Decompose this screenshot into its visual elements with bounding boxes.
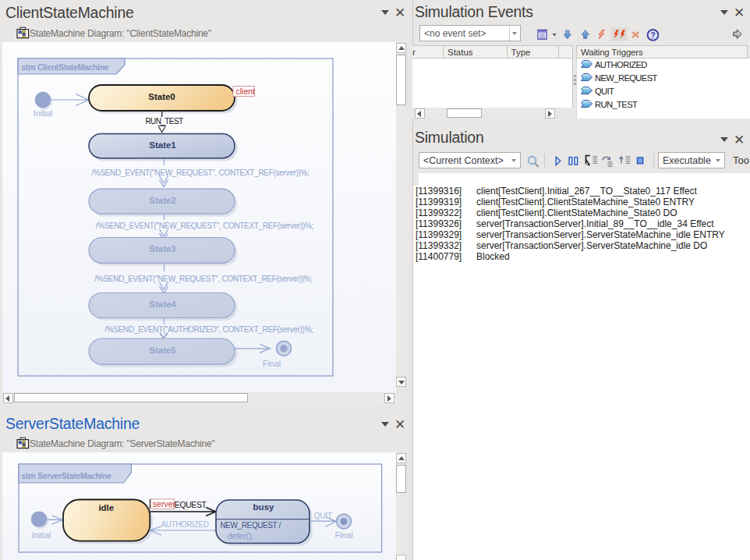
svg-text:State1: State1 xyxy=(149,140,176,150)
svg-text:Initial: Initial xyxy=(34,108,52,118)
svg-text:Initial: Initial xyxy=(32,530,51,540)
svg-text:/%SEND_EVENT("NEW_REQUEST", CO: /%SEND_EVENT("NEW_REQUEST", CONTEXT_REF(… xyxy=(96,222,313,230)
svg-text:?: ? xyxy=(650,30,655,40)
svg-text:/%SEND_EVENT("NEW_REQUEST", CO: /%SEND_EVENT("NEW_REQUEST", CONTEXT_REF(… xyxy=(91,168,309,177)
svg-text:NEW_REQUEST: NEW_REQUEST xyxy=(595,73,658,83)
svg-text:server: server xyxy=(153,499,176,509)
svg-text:QUIT: QUIT xyxy=(595,87,614,96)
svg-text:RUN_TEST: RUN_TEST xyxy=(595,100,638,109)
svg-text:AUTHORIZED: AUTHORIZED xyxy=(161,520,208,529)
svg-text:idle: idle xyxy=(98,503,114,512)
svg-text:State2: State2 xyxy=(149,196,176,205)
svg-text:NEW_REQUEST /: NEW_REQUEST / xyxy=(221,521,281,530)
svg-text:RUN_TEST: RUN_TEST xyxy=(146,117,183,126)
svg-text:State4: State4 xyxy=(149,299,176,309)
svg-text:EQUEST: EQUEST xyxy=(175,500,207,509)
svg-text:State5: State5 xyxy=(149,346,176,355)
svg-text:stm ClientStateMachine: stm ClientStateMachine xyxy=(22,62,109,72)
svg-text:/%SEND_EVENT("AUTHORIZED", CON: /%SEND_EVENT("AUTHORIZED", CONTEXT_REF(s… xyxy=(104,325,313,334)
svg-text:client: client xyxy=(236,87,256,96)
svg-text:Final: Final xyxy=(263,359,281,368)
svg-text:State0: State0 xyxy=(148,92,175,101)
svg-text:State3: State3 xyxy=(149,244,176,253)
svg-text:defer();: defer(); xyxy=(228,532,253,541)
svg-text:/%SEND_EVENT("NEW_REQUEST", CO: /%SEND_EVENT("NEW_REQUEST", CONTEXT_REF(… xyxy=(94,275,312,283)
svg-text:Final: Final xyxy=(335,530,353,540)
svg-text:AUTHORIZED: AUTHORIZED xyxy=(595,60,647,69)
svg-text:stm ServerStateMachine: stm ServerStateMachine xyxy=(22,471,112,480)
svg-text:busy: busy xyxy=(253,502,274,512)
